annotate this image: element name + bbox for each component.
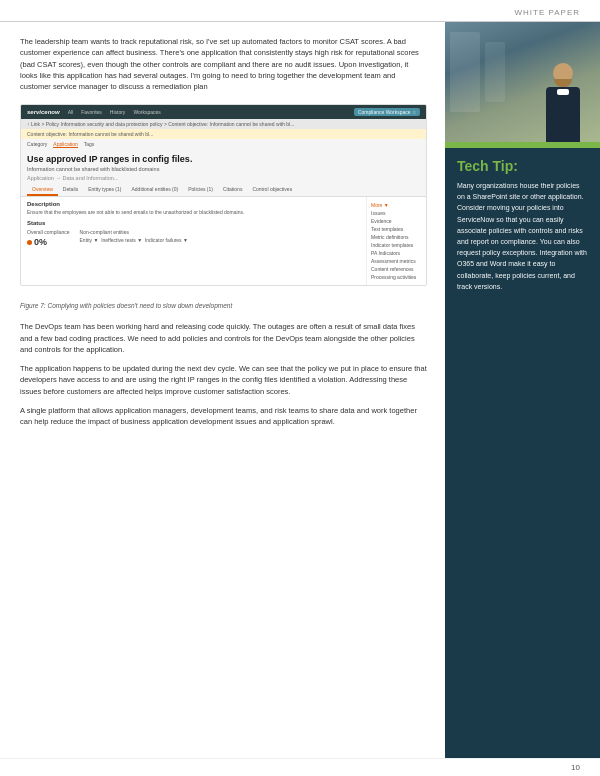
sn-dot: [27, 240, 32, 245]
paragraph-2: The DevOps team has been working hard an…: [20, 321, 427, 355]
header-label: WHITE PAPER: [514, 8, 580, 17]
figure-caption: Figure 7: Complying with policies doesn'…: [20, 302, 427, 309]
sn-topbar: servicenow All Favorites History Workspa…: [21, 105, 426, 119]
sn-sidebar-processing[interactable]: Processing activities: [371, 273, 422, 281]
sn-tab-control[interactable]: Control objectives: [247, 184, 297, 196]
breadcrumb-text: ↑ Link > Policy Information security and…: [27, 121, 294, 127]
sn-tabs: Overview Details Entity types (1) Additi…: [21, 184, 426, 197]
sn-nav-history[interactable]: History: [110, 109, 126, 115]
left-column: The leadership team wants to track reput…: [0, 22, 445, 758]
sn-desc-text: Ensure that the employees are not able t…: [27, 209, 360, 216]
sn-category-tags[interactable]: Tags: [84, 141, 95, 148]
entity-filter[interactable]: Entity ▼: [80, 237, 99, 243]
sn-status-row: Overall compliance 0% Non-compliant enti…: [27, 229, 360, 247]
sn-tab-additional[interactable]: Additional entities (0): [127, 184, 184, 196]
sn-nav-favorites[interactable]: Favorites: [81, 109, 102, 115]
servicenow-ui: servicenow All Favorites History Workspa…: [21, 105, 426, 285]
sn-sidebar-metric-defs[interactable]: Metric definitions: [371, 233, 422, 241]
page-number: 10: [571, 763, 580, 772]
paragraph-3: The application happens to be updated du…: [20, 363, 427, 397]
sn-sidebar-indicator-templates[interactable]: Indicator templates: [371, 241, 422, 249]
footer: 10: [0, 758, 600, 776]
sn-tab-overview[interactable]: Overview: [27, 184, 58, 196]
sn-non-compliant: Non-compliant entities Entity ▼ Ineffect…: [80, 229, 188, 247]
right-photo: [445, 22, 600, 142]
alert-text: Content objective: Information cannot be…: [27, 131, 153, 137]
tech-tip-box: Tech Tip: Many organizations house their…: [445, 148, 600, 758]
sn-sidebar-issues[interactable]: Issues: [371, 209, 422, 217]
ineffective-filter[interactable]: Ineffective tests ▼: [101, 237, 142, 243]
right-column: Tech Tip: Many organizations house their…: [445, 22, 600, 758]
sn-tab-citations[interactable]: Citations: [218, 184, 247, 196]
sn-desc-title: Description: [27, 201, 360, 207]
sn-title: Use approved IP ranges in config files.: [21, 150, 426, 166]
sn-alert-bar: Content objective: Information cannot be…: [21, 129, 426, 139]
paragraph-1: The leadership team wants to track reput…: [20, 36, 427, 92]
sn-tab-entity-types[interactable]: Entity types (1): [83, 184, 126, 196]
sn-nav-all[interactable]: All: [68, 109, 74, 115]
sn-logo: servicenow: [27, 109, 60, 115]
sn-compliance-badge[interactable]: Compliance Workspace ☆: [354, 108, 420, 116]
sn-sidebar: More ▼ Issues Evidence Test templates Me…: [366, 197, 426, 285]
sn-overall-compliance: Overall compliance 0%: [27, 229, 70, 247]
tech-tip-title: Tech Tip:: [457, 158, 588, 174]
sn-sidebar-content-refs[interactable]: Content references: [371, 265, 422, 273]
sn-body: Description Ensure that the employees ar…: [21, 197, 426, 285]
sn-category-application[interactable]: Application: [53, 141, 77, 148]
sn-category-category[interactable]: Category: [27, 141, 47, 148]
figure-container: servicenow All Favorites History Workspa…: [20, 104, 427, 286]
sn-sidebar-test-templates[interactable]: Test templates: [371, 225, 422, 233]
sn-main: Description Ensure that the employees ar…: [21, 197, 366, 285]
header: WHITE PAPER: [0, 0, 600, 22]
sn-tab-policies[interactable]: Policies (1): [183, 184, 218, 196]
sn-nav-items: All Favorites History Workspaces: [68, 109, 161, 115]
sn-nav-workspaces[interactable]: Workspaces: [133, 109, 160, 115]
sn-sidebar-evidence[interactable]: Evidence: [371, 217, 422, 225]
sn-breadcrumb: ↑ Link > Policy Information security and…: [21, 119, 426, 129]
tech-tip-text: Many organizations house their policies …: [457, 180, 588, 292]
sn-percent: 0%: [34, 237, 47, 247]
sn-sidebar-pa-indicators[interactable]: PA Indicators: [371, 249, 422, 257]
sn-tab-details[interactable]: Details: [58, 184, 83, 196]
sn-subtitle: Information cannot be shared with blackl…: [21, 166, 426, 175]
sn-sidebar-more[interactable]: More ▼: [371, 201, 422, 209]
page: WHITE PAPER The leadership team wants to…: [0, 0, 600, 776]
sn-sidebar-assessment[interactable]: Assessment metrics: [371, 257, 422, 265]
paragraph-4: A single platform that allows applicatio…: [20, 405, 427, 428]
sn-status-title: Status: [27, 220, 360, 226]
indicator-filter[interactable]: Indicator failures ▼: [145, 237, 188, 243]
sn-category-row: Category Application Tags: [21, 139, 426, 150]
content-area: The leadership team wants to track reput…: [0, 22, 600, 758]
sn-subtitle2: Application → Data and Information...: [21, 175, 426, 184]
